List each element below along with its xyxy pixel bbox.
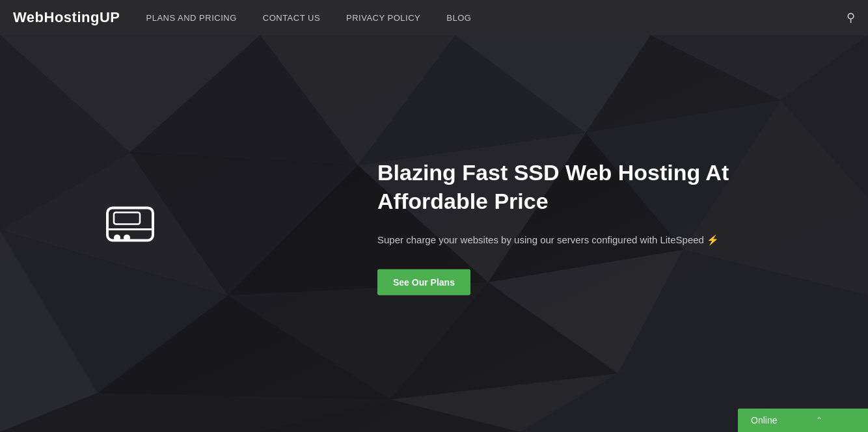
lightning-icon: ⚡ bbox=[707, 234, 719, 245]
nav-blog[interactable]: BLOG bbox=[446, 13, 471, 23]
site-logo[interactable]: WebHostingUP bbox=[13, 9, 120, 26]
chevron-up-icon: ⌃ bbox=[816, 416, 822, 425]
online-badge[interactable]: Online ⌃ bbox=[738, 409, 868, 432]
svg-point-26 bbox=[114, 234, 120, 241]
hdd-icon bbox=[104, 198, 156, 252]
hero-title: Blazing Fast SSD Web Hosting At Affordab… bbox=[377, 158, 755, 215]
nav-privacy-policy[interactable]: PRIVACY POLICY bbox=[346, 13, 420, 23]
see-our-plans-button[interactable]: See Our Plans bbox=[377, 269, 470, 295]
nav-contact-us[interactable]: CONTACT US bbox=[263, 13, 320, 23]
online-label: Online bbox=[751, 415, 777, 425]
svg-point-27 bbox=[124, 234, 130, 241]
svg-rect-28 bbox=[114, 212, 140, 224]
nav-plans-pricing[interactable]: PLANS AND PRICING bbox=[146, 13, 236, 23]
navbar: WebHostingUP PLANS AND PRICING CONTACT U… bbox=[0, 0, 868, 35]
hero-content: Blazing Fast SSD Web Hosting At Affordab… bbox=[377, 158, 755, 295]
nav-links: PLANS AND PRICING CONTACT US PRIVACY POL… bbox=[146, 13, 847, 23]
hero-description: Super charge your websites by using our … bbox=[377, 231, 755, 249]
search-icon[interactable]: ⚲ bbox=[847, 10, 855, 25]
hero-description-text: Super charge your websites by using our … bbox=[377, 234, 704, 245]
hero-section: Blazing Fast SSD Web Hosting At Affordab… bbox=[0, 35, 868, 432]
